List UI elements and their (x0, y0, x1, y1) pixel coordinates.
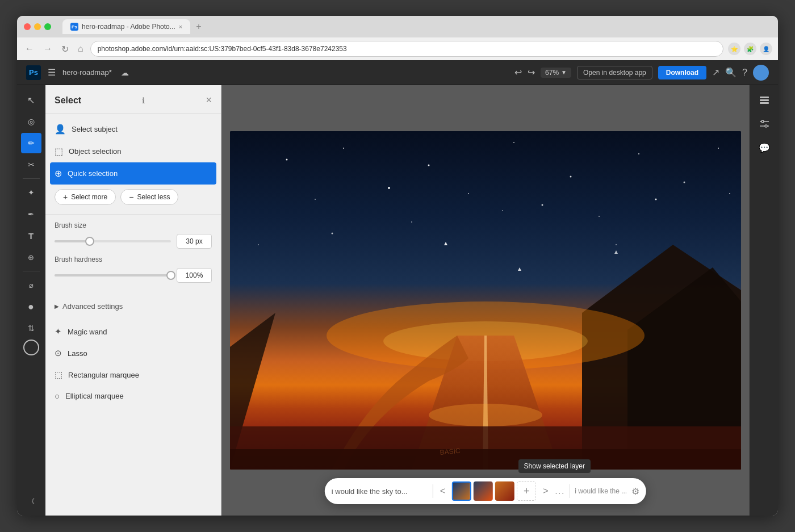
background-color[interactable] (23, 340, 39, 355)
smart-fill-tool[interactable]: ✦ (21, 182, 41, 203)
elliptical-marquee-option[interactable]: ○ Elliptical marquee (45, 386, 221, 407)
thumbnail-1[interactable] (452, 481, 471, 501)
rect-marquee-option[interactable]: ⬚ Rectangular marquee (45, 364, 221, 386)
brush-size-track[interactable] (55, 240, 171, 242)
select-panel: Select ℹ × 👤 Select subject ⬚ Object sel… (45, 85, 221, 516)
quick-selection-option[interactable]: ⊕ Quick selection (50, 162, 216, 185)
svg-point-11 (428, 165, 430, 166)
elliptical-marquee-icon: ○ (55, 391, 60, 401)
active-tab[interactable]: Ps hero-roadmap - Adobe Photo... × (62, 19, 190, 34)
retouch-tool[interactable]: ⊕ (21, 247, 41, 267)
extensions-icon[interactable]: 🧩 (744, 43, 756, 55)
object-selection-label: Object selection (69, 147, 122, 156)
avatar[interactable] (753, 65, 769, 81)
svg-marker-33 (230, 449, 741, 470)
select-more-button[interactable]: + Select more (55, 189, 116, 205)
clone-tool[interactable]: ✂ (21, 154, 41, 175)
minimize-window-button[interactable] (34, 23, 41, 30)
tab-title: hero-roadmap - Adobe Photo... (82, 23, 175, 31)
svg-point-14 (638, 153, 639, 154)
select-subject-option[interactable]: 👤 Select subject (45, 118, 221, 140)
lasso-option[interactable]: ⊙ Lasso (45, 342, 221, 364)
search-icon[interactable]: 🔍 (725, 67, 737, 78)
brush-settings: Brush size Brush hardness (45, 215, 221, 296)
address-text: photoshop.adobe.com/id/urn:aaid:sc:US:37… (98, 45, 347, 53)
profile-icon[interactable]: 👤 (760, 43, 772, 55)
move-tool[interactable]: ↖ (21, 90, 41, 110)
pen-tool[interactable]: ✒ (21, 204, 41, 224)
advanced-settings-toggle[interactable]: ▶ Advanced settings (45, 296, 221, 316)
brush-hardness-label: Brush hardness (55, 255, 212, 263)
brush-size-input[interactable] (177, 234, 212, 249)
back-button[interactable]: ← (23, 41, 36, 56)
toolbar-right: ↩ ↪ 67% ▼ Open in desktop app Download ↗… (514, 65, 769, 81)
text-tool[interactable]: T (21, 225, 41, 246)
menu-button[interactable]: ☰ (48, 67, 56, 78)
prompt-prev-button[interactable]: < (438, 484, 447, 499)
prompt-input[interactable] (332, 487, 428, 496)
magic-wand-label: Magic wand (68, 328, 107, 336)
thumbnail-3[interactable] (495, 481, 514, 501)
maximize-window-button[interactable] (44, 23, 51, 30)
brush-hardness-input[interactable] (177, 268, 212, 283)
brush-hardness-thumb[interactable] (166, 271, 175, 280)
download-button[interactable]: Download (658, 66, 706, 79)
add-thumbnail-button[interactable]: + (517, 481, 536, 501)
new-tab-button[interactable]: + (193, 20, 204, 33)
undo-button[interactable]: ↩ (514, 67, 522, 78)
reload-button[interactable]: ↻ (59, 41, 71, 57)
svg-point-19 (468, 193, 469, 194)
adjustments-icon[interactable] (754, 114, 775, 134)
nav-icons: ⭐ 🧩 👤 (728, 43, 772, 55)
zoom-control[interactable]: 67% ▼ (541, 68, 571, 78)
collapse-tools-button[interactable]: 《 (28, 497, 35, 506)
thumbnail-2[interactable] (474, 481, 493, 501)
healing-tool[interactable]: ◎ (21, 111, 41, 132)
brush-hardness-fill (55, 274, 171, 277)
brush-tool[interactable]: ✏ (21, 133, 41, 153)
foreground-color[interactable]: ● (21, 296, 41, 317)
address-bar[interactable]: photoshop.adobe.com/id/urn:aaid:sc:US:37… (90, 41, 723, 57)
advanced-arrow-icon: ▶ (55, 303, 59, 309)
brush-size-thumb[interactable] (85, 237, 94, 246)
comments-icon[interactable]: 💬 (754, 137, 775, 158)
panel-close-button[interactable]: × (206, 94, 212, 106)
tool-separator-2 (23, 271, 40, 271)
more-options-button[interactable]: ... (555, 487, 565, 496)
home-button[interactable]: ⌂ (76, 41, 86, 56)
lasso-icon: ⊙ (55, 348, 62, 358)
brush-size-label: Brush size (55, 221, 212, 229)
close-window-button[interactable] (24, 23, 31, 30)
svg-point-38 (761, 120, 764, 123)
prompt-settings-button[interactable]: ⚙ (631, 486, 639, 497)
magic-wand-option[interactable]: ✦ Magic wand (45, 321, 221, 342)
select-less-icon: − (129, 192, 133, 202)
tab-close-button[interactable]: × (179, 23, 182, 30)
svg-point-17 (315, 199, 316, 200)
canvas-area[interactable]: BASIC Show selected layer < + (221, 85, 750, 516)
cloud-icon[interactable]: ☁ (121, 68, 129, 77)
quick-selection-icon: ⊕ (55, 168, 62, 179)
forward-button[interactable]: → (41, 41, 55, 56)
prompt-next-button[interactable]: > (541, 484, 550, 499)
layers-icon[interactable] (754, 90, 775, 110)
prompt-divider-2 (570, 484, 570, 498)
toolbar-icons: ↗ 🔍 ? (712, 65, 769, 81)
panel-info-icon[interactable]: ℹ (142, 96, 145, 105)
select-subject-label: Select subject (72, 125, 118, 133)
file-name: hero-roadmap* (62, 68, 112, 77)
svg-point-21 (599, 216, 600, 217)
share-icon[interactable]: ↗ (712, 67, 719, 78)
brush-hardness-track[interactable] (55, 274, 171, 277)
elliptical-marquee-label: Elliptical marquee (65, 392, 124, 400)
select-less-button[interactable]: − Select less (120, 189, 178, 205)
open-desktop-button[interactable]: Open in desktop app (577, 66, 652, 79)
select-subject-icon: 👤 (55, 124, 66, 135)
help-icon[interactable]: ? (742, 68, 747, 78)
redo-button[interactable]: ↪ (528, 67, 535, 78)
bookmark-icon[interactable]: ⭐ (728, 43, 740, 55)
swap-colors[interactable]: ⇅ (21, 318, 41, 338)
object-selection-option[interactable]: ⬚ Object selection (45, 140, 221, 162)
color-picker-tool[interactable]: ⌀ (21, 275, 41, 295)
svg-rect-35 (760, 97, 769, 98)
